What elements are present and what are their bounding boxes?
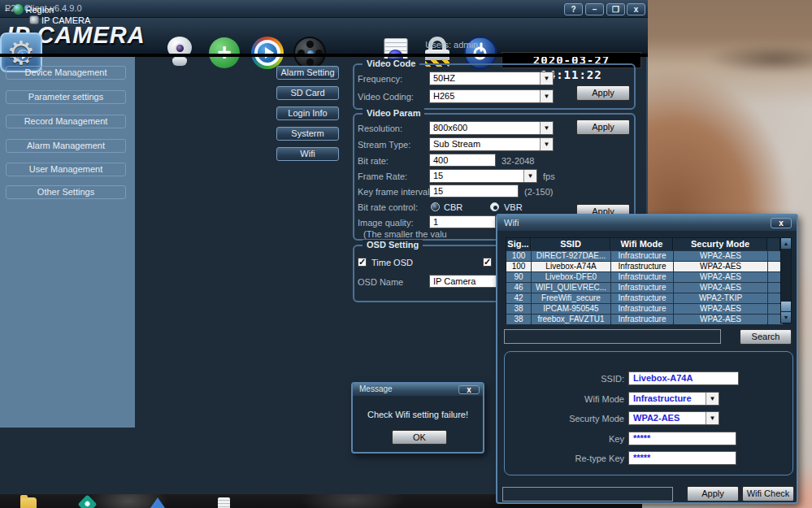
cbr-label: CBR — [444, 202, 462, 212]
tab-login-info[interactable]: Login Info — [276, 106, 339, 120]
frame-rate-select[interactable]: 15 — [429, 169, 537, 183]
message-ok-button[interactable]: OK — [392, 430, 447, 445]
add-device-icon[interactable]: + — [206, 35, 242, 71]
key-frame-interval-label: Key frame interval: — [358, 187, 432, 197]
wifi-table-cell: 100 — [506, 251, 531, 261]
wifi-table-cell: 100 — [506, 262, 531, 271]
wifi-apply-button[interactable]: Apply — [687, 486, 739, 501]
cbr-radio[interactable] — [431, 202, 440, 211]
wifi-table-cell: Infrastructure — [611, 283, 673, 293]
wifi-table-row[interactable]: 46WIFI_QUIEVREC...InfrastructureWPA2-AES — [506, 283, 779, 293]
wifi-mode-label: Wifi Mode — [505, 394, 624, 404]
video-param-title: Video Param — [363, 108, 424, 118]
tab-wifi[interactable]: Wifi — [276, 147, 339, 161]
stream-type-select[interactable]: Sub Stream — [429, 137, 554, 151]
tree-node-region[interactable]: − Region — [5, 4, 54, 15]
security-mode-label: Securty Mode — [505, 414, 624, 423]
wifi-close-icon[interactable]: x — [771, 218, 792, 228]
desktop-arrow-icon[interactable] — [150, 497, 165, 508]
key-frame-interval-input[interactable]: 15 — [429, 185, 519, 198]
sidebar-item-user-management[interactable]: User Management — [6, 163, 126, 176]
scroll-down-icon[interactable]: ▼ — [781, 312, 791, 323]
ssid-label: SSID: — [505, 374, 624, 384]
wifi-table-cell: WPA2-AES — [674, 251, 767, 261]
wifi-table-cell: Livebox-A74A — [532, 262, 610, 271]
wifi-table-cell: WPA2-TKIP — [674, 293, 767, 303]
sidebar-item-other-settings[interactable]: Other Settings — [6, 185, 126, 199]
video-param-apply-button[interactable]: Apply — [576, 119, 630, 135]
time-osd-label: Time OSD — [371, 258, 413, 267]
vbr-radio[interactable] — [490, 202, 499, 211]
wifi-column-header[interactable]: Wifi Mode — [611, 238, 673, 250]
wifi-table-cell: WPA2-AES — [674, 304, 767, 314]
frequency-select[interactable]: 50HZ — [429, 72, 554, 85]
tab-systerm[interactable]: Systerm — [276, 127, 339, 141]
wifi-table-cell: Infrastructure — [611, 262, 673, 271]
sidebar-item-record-management[interactable]: Record Management — [6, 115, 126, 128]
sidebar-item-device-management[interactable]: Device Management — [6, 66, 126, 80]
time-osd-checkbox[interactable] — [358, 258, 367, 267]
tree-expander[interactable]: − — [5, 5, 10, 15]
resolution-select[interactable]: 800x600 — [429, 121, 554, 135]
osd-second-checkbox[interactable] — [483, 258, 492, 267]
wifi-table-row[interactable]: 38IPCAM-950545InfrastructureWPA2-AES — [506, 304, 779, 315]
desktop-document-icon[interactable] — [218, 497, 230, 508]
wifi-column-header[interactable]: Securty Mode — [674, 238, 767, 250]
title-bar[interactable]: P2P Client-v6.4.9.0 ? – ❐ x — [0, 0, 648, 18]
scroll-up-icon[interactable]: ▲ — [781, 238, 791, 249]
osd-name-label: OSD Name — [358, 277, 403, 287]
wifi-table-row[interactable]: 100Livebox-A74AInfrastructureWPA2-AES — [506, 262, 779, 272]
maximize-button[interactable]: ❐ — [606, 3, 625, 15]
security-mode-select[interactable]: WPA2-AES — [628, 411, 719, 425]
wifi-table-row[interactable]: 42FreeWifi_secureInfrastructureWPA2-TKIP — [506, 293, 779, 304]
wifi-column-header[interactable]: Sig... — [506, 238, 531, 250]
minimize-button[interactable]: – — [585, 3, 604, 15]
wifi-table-row[interactable]: 38freebox_FAVZTU1InfrastructureWPA2-AES — [506, 315, 779, 325]
tab-sd-card[interactable]: SD Card — [276, 86, 339, 100]
video-coding-select[interactable]: H265 — [429, 89, 554, 103]
tree-node-device[interactable]: IP CAMERA — [29, 15, 90, 25]
wifi-column-header[interactable]: SSID — [532, 238, 610, 250]
screen: P2P Client-v6.4.9.0 ? – ❐ x IP CAMERA + — [0, 0, 812, 508]
retype-key-input[interactable]: ***** — [628, 451, 736, 465]
tab-alarm-setting[interactable]: Alarm Setting — [276, 66, 339, 80]
wifi-table-cell: Infrastructure — [611, 304, 673, 314]
sidebar-item-parameter-settings[interactable]: Parameter settings — [6, 90, 126, 104]
frequency-label: Frequency: — [358, 74, 402, 84]
wifi-table-cell: 38 — [506, 315, 531, 324]
ssid-input[interactable]: Livebox-A74A — [628, 371, 739, 385]
scrollbar-thumb[interactable] — [781, 302, 791, 311]
image-quality-input[interactable]: 1 — [429, 215, 496, 228]
wifi-dialog: Wifi x Sig...SSIDWifi ModeSecurty Mode10… — [496, 214, 798, 504]
stream-type-label: Stream Type: — [358, 140, 410, 150]
wifi-search-button[interactable]: Search — [740, 329, 792, 345]
wifi-table-scrollbar[interactable]: ▲ ▼ — [780, 237, 792, 323]
wifi-mode-select[interactable]: Infrastructure — [628, 392, 719, 406]
help-button[interactable]: ? — [564, 3, 583, 15]
desktop-folder-icon[interactable] — [20, 497, 37, 508]
wifi-dialog-title: Wifi — [504, 218, 519, 228]
close-button[interactable]: x — [627, 3, 645, 15]
sidebar-item-alarm-management[interactable]: Alarm Management — [6, 139, 126, 153]
header-toolbar: IP CAMERA + ⚙ — [0, 18, 648, 54]
key-frame-range-hint: (2-150) — [524, 187, 553, 197]
wifi-table-cell: WPA2-AES — [674, 262, 767, 271]
key-input[interactable]: ***** — [628, 432, 736, 445]
desktop-wifi-app-icon[interactable] — [77, 494, 97, 508]
fps-unit: fps — [543, 172, 555, 181]
bit-rate-input[interactable]: 400 — [429, 154, 496, 167]
wifi-table-cell: 38 — [506, 304, 531, 314]
wifi-table-row[interactable]: 90Livebox-DFE0InfrastructureWPA2-AES — [506, 272, 779, 283]
wifi-search-input[interactable] — [504, 329, 721, 344]
wifi-settings-form: SSID: Livebox-A74A Wifi Mode Infrastruct… — [504, 351, 793, 475]
message-dialog: Message x Check Wifi setting failure! OK — [351, 382, 484, 454]
video-code-title: Video Code — [363, 59, 419, 68]
wifi-status-field — [502, 487, 673, 501]
wifi-dialog-titlebar[interactable]: Wifi — [497, 215, 797, 231]
message-close-icon[interactable]: x — [458, 385, 480, 394]
camera-icon[interactable] — [163, 35, 199, 71]
wifi-table-cell: WPA2-AES — [674, 283, 767, 293]
video-code-apply-button[interactable]: Apply — [576, 85, 630, 101]
wifi-table-row[interactable]: 100DIRECT-927DAE...InfrastructureWPA2-AE… — [506, 251, 779, 262]
wifi-check-button[interactable]: Wifi Check — [742, 486, 794, 501]
